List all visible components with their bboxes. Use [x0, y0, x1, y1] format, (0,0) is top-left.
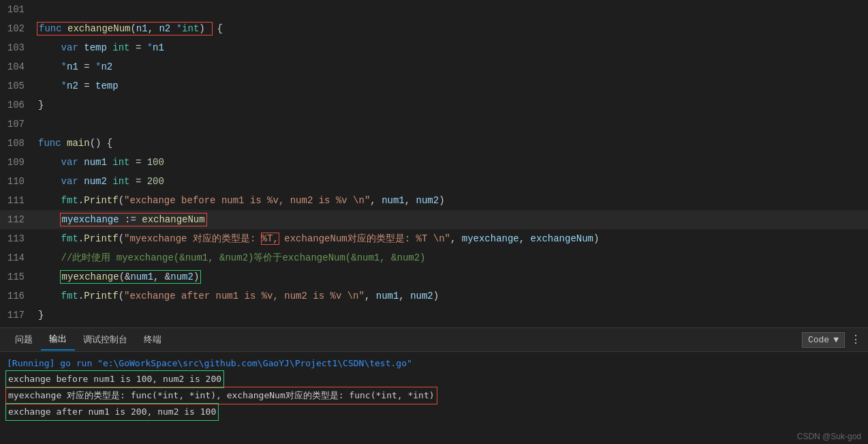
- line-num-115: 115: [0, 271, 35, 282]
- line-content-117: }: [35, 306, 44, 325]
- line-content-115: myexchange(&num1, &num2): [35, 267, 200, 286]
- tab-problems[interactable]: 问题: [7, 329, 41, 350]
- line-content-112: myexchange := exchangeNum: [35, 210, 206, 229]
- output-green-line3: exchange after num1 is 200, num2 is 100: [7, 404, 217, 419]
- code-editor: 101 102 func exchangeNum(n1, n2 *int) { …: [0, 0, 868, 327]
- line-num-117: 117: [0, 310, 35, 321]
- code-line-117: 117 }: [0, 306, 868, 325]
- line-num-113: 113: [0, 233, 35, 244]
- line-num-116: 116: [0, 291, 35, 301]
- line-content-104: *n1 = *n2: [35, 57, 112, 76]
- line-content-116: fmt.Printf("exchange after num1 is %v, n…: [35, 286, 439, 306]
- myexchange-call-box: myexchange(&num1, &num2): [61, 271, 200, 282]
- line-num-109: 109: [0, 157, 35, 168]
- line-num-102: 102: [0, 23, 35, 34]
- output-red-line2: myexchange 对应的类型是: func(*int, *int), exc…: [7, 388, 436, 403]
- line-content-109: var num1 int = 100: [35, 153, 164, 172]
- line-content-106: }: [35, 95, 44, 115]
- more-options-icon[interactable]: ⋮: [850, 333, 861, 346]
- output-green-line1: exchange before num1 is 100, num2 is 200: [7, 372, 223, 387]
- code-line-116: 116 fmt.Printf("exchange after num1 is %…: [0, 286, 868, 306]
- line-num-107: 107: [0, 119, 35, 130]
- terminal-toolbar-right: Code ▼ ⋮: [802, 332, 861, 348]
- line-content-103: var temp int = *n1: [35, 38, 164, 57]
- terminal-panel: 问题 输出 调试控制台 终端 Code ▼ ⋮ [Running] go run…: [0, 327, 868, 444]
- terminal-output-line2: myexchange 对应的类型是: func(*int, *int), exc…: [7, 387, 861, 404]
- line-content-108: func main() {: [35, 134, 112, 153]
- code-line-109: 109 var num1 int = 100: [0, 153, 868, 172]
- code-line-103: 103 var temp int = *n1: [0, 38, 868, 57]
- code-line-114: 114 //此时使用 myexchange(&num1, &num2)等价于ex…: [0, 248, 868, 267]
- code-line-104: 104 *n1 = *n2: [0, 57, 868, 76]
- code-line-102: 102 func exchangeNum(n1, n2 *int) {: [0, 19, 868, 38]
- line-num-108: 108: [0, 138, 35, 149]
- code-dropdown[interactable]: Code ▼: [802, 332, 845, 348]
- watermark: CSDN @Suk-god: [797, 432, 861, 441]
- myexchange-assign-box: myexchange := exchangeNum: [61, 214, 206, 225]
- line-content-105: *n2 = temp: [35, 76, 119, 95]
- line-num-112: 112: [0, 214, 35, 225]
- code-line-110: 110 var num2 int = 200: [0, 172, 868, 191]
- line-content-113: fmt.Printf("myexchange 对应的类型是: %T, excha…: [35, 229, 599, 248]
- code-line-112: 112 myexchange := exchangeNum: [0, 210, 868, 229]
- line-content-114: //此时使用 myexchange(&num1, &num2)等价于exchan…: [35, 248, 425, 267]
- code-line-101: 101: [0, 0, 868, 19]
- chevron-down-icon: ▼: [833, 335, 839, 345]
- func-signature-box: func exchangeNum(n1, n2 *int): [38, 23, 211, 34]
- line-num-114: 114: [0, 252, 35, 263]
- code-line-107: 107: [0, 115, 868, 134]
- line-num-103: 103: [0, 42, 35, 53]
- code-line-115: 115 myexchange(&num1, &num2): [0, 267, 868, 286]
- tab-debug-console[interactable]: 调试控制台: [75, 329, 136, 350]
- line-num-104: 104: [0, 61, 35, 72]
- line-content-102: func exchangeNum(n1, n2 *int) {: [35, 19, 223, 38]
- line-num-106: 106: [0, 100, 35, 110]
- line-num-101: 101: [0, 4, 35, 15]
- code-line-108: 108 func main() {: [0, 134, 868, 153]
- code-line-113: 113 fmt.Printf("myexchange 对应的类型是: %T, e…: [0, 229, 868, 248]
- code-line-111: 111 fmt.Printf("exchange before num1 is …: [0, 191, 868, 210]
- terminal-running-line: [Running] go run "e:\GoWorkSpace\src\git…: [7, 356, 861, 371]
- line-num-111: 111: [0, 195, 35, 206]
- terminal-output-line3: exchange after num1 is 200, num2 is 100: [7, 404, 861, 420]
- code-line-105: 105 *n2 = temp: [0, 76, 868, 95]
- tab-terminal[interactable]: 终端: [136, 329, 170, 350]
- terminal-output-line1: exchange before num1 is 100, num2 is 200: [7, 371, 861, 387]
- tab-output[interactable]: 输出: [41, 329, 75, 351]
- line-content-111: fmt.Printf("exchange before num1 is %v, …: [35, 191, 445, 210]
- terminal-content: [Running] go run "e:\GoWorkSpace\src\git…: [0, 352, 868, 444]
- line-content-110: var num2 int = 200: [35, 172, 164, 191]
- dropdown-label: Code: [808, 335, 829, 345]
- code-line-106: 106 }: [0, 95, 868, 115]
- running-text: [Running] go run "e:\GoWorkSpace\src\git…: [7, 356, 412, 371]
- line-num-110: 110: [0, 176, 35, 187]
- line-num-105: 105: [0, 80, 35, 91]
- terminal-tabs-bar: 问题 输出 调试控制台 终端 Code ▼ ⋮: [0, 328, 868, 352]
